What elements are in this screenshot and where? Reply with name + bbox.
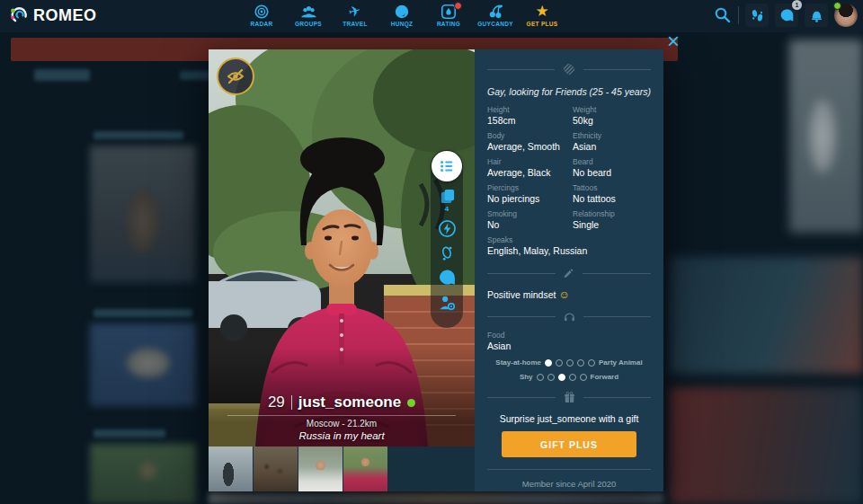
background-tile [90, 323, 196, 406]
scale-dot [569, 374, 576, 381]
scale-dot [537, 374, 544, 381]
background-strip [209, 492, 663, 504]
scale-dot [577, 359, 584, 367]
attribute-item: Weight50kg [573, 105, 651, 126]
photo-thumbnails [209, 447, 475, 491]
footprint-button[interactable] [438, 244, 456, 262]
attribute-item: RelationshipSingle [573, 209, 651, 230]
guycandy-icon [487, 4, 503, 20]
thumbnail-1[interactable] [209, 447, 253, 491]
section-divider-about [487, 267, 651, 279]
radar-icon [254, 4, 270, 20]
speaks-block: Speaks English, Malay, Russian [487, 235, 651, 256]
top-nav-bar: ROMEO RADAR GROUPS ✈ TRAVEL [0, 0, 863, 32]
nav-right-cluster: 1 [714, 4, 858, 27]
groups-icon [300, 4, 317, 20]
quickshare-button[interactable] [438, 219, 457, 238]
seeking-summary: Gay, looking for Friends (25 - 45 years) [487, 86, 651, 97]
travel-icon: ✈ [347, 3, 363, 22]
profile-headline: Russia in my heart [209, 430, 475, 441]
details-list-icon [439, 158, 455, 174]
details-tab-button[interactable] [432, 151, 462, 181]
background-heading [93, 309, 192, 317]
photo-column: 29 just_someone Moscow - 21.2km Russia i… [209, 49, 475, 491]
attribute-item: PiercingsNo piercings [487, 183, 565, 204]
search-icon[interactable] [714, 6, 732, 24]
messages-button[interactable]: 1 [775, 4, 798, 27]
nav-item-guycandy[interactable]: GUYCANDY [475, 2, 516, 27]
section-divider-lifestyle [487, 310, 651, 323]
details-panel: Gay, looking for Friends (25 - 45 years)… [475, 49, 663, 491]
profile-location: Moscow - 21.2km [209, 419, 475, 429]
my-profile-avatar[interactable] [834, 4, 858, 27]
background-tile [670, 387, 863, 504]
footer-divider [487, 469, 651, 470]
member-since: Member since April 2020 [487, 479, 651, 489]
scale-dot [545, 359, 552, 367]
rating-badge [454, 2, 462, 10]
scale-dot [547, 374, 555, 381]
notifications-button[interactable] [805, 4, 828, 27]
scale-shy: Shy Forward [487, 373, 651, 381]
messages-count-badge: 1 [792, 0, 802, 10]
message-button[interactable] [438, 269, 457, 287]
thumbnail-4[interactable] [343, 447, 387, 491]
footprints-button[interactable] [745, 4, 769, 27]
nav-item-radar[interactable]: RADAR [241, 2, 282, 27]
pencil-icon [563, 267, 575, 279]
gift-icon [563, 391, 576, 404]
chat-bubble-icon [438, 269, 457, 287]
speaks-label: Speaks [487, 235, 651, 244]
name-separator [291, 395, 292, 410]
attributes-grid: Height158cmWeight50kgBodyAverage, Smooth… [487, 105, 651, 230]
section-divider-gift [487, 391, 651, 404]
thumbnail-2[interactable] [254, 447, 298, 491]
my-online-status-dot [833, 2, 841, 10]
attribute-item: HairAverage, Black [487, 157, 565, 178]
nav-item-hunqz[interactable]: HUNQZ [381, 2, 423, 27]
nav-item-travel[interactable]: ✈ TRAVEL [334, 2, 376, 27]
background-tile [90, 146, 196, 282]
smiley-icon: ☺ [558, 288, 569, 301]
scale-dot [556, 359, 563, 367]
chat-icon [779, 8, 795, 23]
scale-dots [537, 374, 587, 381]
about-text: Positive mindset ☺ [487, 288, 651, 301]
action-rail: 4 [431, 150, 463, 328]
food-value: Asian [487, 340, 651, 351]
eye-off-icon [225, 66, 246, 87]
contact-options-button[interactable] [438, 294, 456, 312]
profile-modal: 29 just_someone Moscow - 21.2km Russia i… [209, 49, 663, 491]
footprint-icon [438, 244, 456, 262]
gift-prompt: Surprise just_someone with a gift [487, 413, 651, 424]
nav-item-groups[interactable]: GROUPS [288, 2, 329, 27]
scale-dot [566, 359, 574, 367]
gift-plus-button[interactable]: GIFT PLUS [502, 431, 636, 457]
romeo-logo-icon [9, 4, 31, 26]
profile-details-icon [562, 62, 576, 76]
photos-tab-button[interactable]: 4 [439, 188, 456, 213]
attribute-item: SmokingNo [487, 209, 565, 230]
romeo-logo[interactable]: ROMEO [9, 4, 97, 26]
footprints-icon [750, 8, 765, 23]
bell-icon [809, 8, 824, 23]
scale-dot [588, 359, 595, 367]
nav-divider [738, 6, 739, 24]
profile-age: 29 [268, 393, 285, 411]
thumbnail-3[interactable] [298, 447, 343, 491]
close-icon[interactable]: × [662, 30, 685, 53]
background-heading [93, 131, 183, 139]
attribute-item: Height158cm [487, 105, 565, 126]
profile-photo[interactable]: 29 just_someone Moscow - 21.2km Russia i… [209, 49, 475, 447]
photo-count: 4 [445, 206, 449, 213]
nav-item-rating[interactable]: RATING [428, 2, 469, 27]
background-tile [90, 444, 196, 504]
section-divider-details [487, 62, 651, 76]
food-label: Food [487, 331, 651, 340]
background-heading [93, 429, 165, 438]
attribute-item: BodyAverage, Smooth [487, 131, 565, 152]
nav-item-get-plus[interactable]: ★ GET PLUS [521, 2, 563, 27]
name-divider [227, 415, 457, 416]
attribute-item: EthnicityAsian [573, 131, 651, 152]
scale-dots [545, 359, 595, 367]
